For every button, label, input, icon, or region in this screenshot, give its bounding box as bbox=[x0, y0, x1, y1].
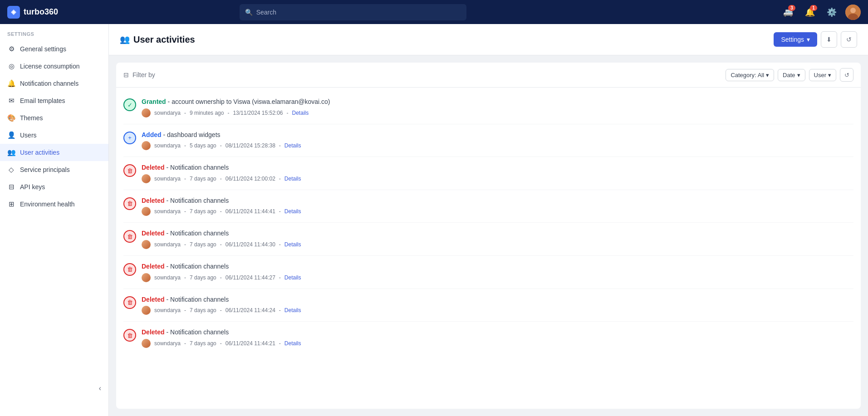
messages-button[interactable]: 🚐 3 bbox=[780, 4, 796, 20]
settings-button[interactable]: Settings ▾ bbox=[774, 32, 817, 47]
svg-point-1 bbox=[850, 8, 856, 13]
separator: - bbox=[279, 274, 281, 281]
sidebar-collapse-button[interactable]: ‹ bbox=[0, 379, 108, 398]
activity-content: Deleted - Notification channels sowndary… bbox=[142, 229, 853, 249]
activity-meta: sowndarya - 7 days ago - 06/11/2024 11:4… bbox=[142, 339, 853, 348]
gear-icon: ⚙️ bbox=[827, 7, 837, 17]
chevron-down-icon: ▾ bbox=[828, 72, 831, 78]
nav-actions: 🚐 3 🔔 1 ⚙️ bbox=[780, 4, 861, 20]
separator: - bbox=[184, 340, 186, 347]
activity-details-link[interactable]: Details bbox=[284, 142, 301, 149]
activity-time-ago: 7 days ago bbox=[190, 340, 216, 347]
activity-time-ago: 7 days ago bbox=[190, 241, 216, 248]
settings-gear-button[interactable]: ⚙️ bbox=[824, 4, 840, 20]
activity-meta: sowndarya - 7 days ago - 06/11/2024 12:0… bbox=[142, 174, 853, 183]
download-button[interactable]: ⬇ bbox=[821, 31, 837, 48]
activity-content: Deleted - Notification channels sowndary… bbox=[142, 163, 853, 183]
activity-time-ago: 9 minutes ago bbox=[190, 110, 224, 116]
activity-item: 🗑 Deleted - Notification channels sownda… bbox=[123, 157, 853, 190]
activity-description: - Notification channels bbox=[165, 263, 229, 270]
sidebar-item-email-templates[interactable]: ✉ Email templates bbox=[0, 92, 108, 109]
activity-title: Added - dashboard widgets bbox=[142, 131, 853, 140]
activity-item: ✓ Granted - account ownership to Viswa (… bbox=[123, 91, 853, 124]
activity-status: Deleted bbox=[142, 164, 165, 171]
activity-type-icon: 🗑 bbox=[123, 296, 136, 309]
activity-user-avatar bbox=[142, 174, 151, 183]
separator: - bbox=[279, 176, 281, 182]
notification-channels-icon: 🔔 bbox=[7, 79, 15, 88]
sidebar-item-environment-health[interactable]: ⊞ Environment health bbox=[0, 196, 108, 213]
email-templates-icon: ✉ bbox=[7, 97, 15, 105]
activity-meta: sowndarya - 7 days ago - 06/11/2024 11:4… bbox=[142, 240, 853, 249]
activity-title: Deleted - Notification channels bbox=[142, 328, 853, 337]
activity-description: - account ownership to Viswa (viswa.elam… bbox=[166, 98, 330, 105]
separator: - bbox=[287, 110, 289, 116]
separator: - bbox=[227, 110, 229, 116]
sidebar-item-notification-channels[interactable]: 🔔 Notification channels bbox=[0, 75, 108, 92]
activity-user-avatar bbox=[142, 141, 151, 150]
activity-item: 🗑 Deleted - Notification channels sownda… bbox=[123, 256, 853, 289]
activity-user-avatar bbox=[142, 240, 151, 249]
user-avatar[interactable] bbox=[845, 5, 861, 20]
activity-details-link[interactable]: Details bbox=[284, 208, 301, 215]
notifications-button[interactable]: 🔔 1 bbox=[802, 4, 818, 20]
activity-time-ago: 7 days ago bbox=[190, 274, 216, 281]
sidebar-item-general-settings[interactable]: ⚙ General settings bbox=[0, 40, 108, 58]
brand-icon bbox=[7, 6, 20, 19]
refresh-button[interactable]: ↺ bbox=[841, 31, 857, 48]
filter-label: Filter by bbox=[132, 71, 155, 78]
activity-user-avatar bbox=[142, 207, 151, 216]
activity-user: sowndarya bbox=[154, 208, 181, 215]
sidebar-item-user-activities[interactable]: 👥 User activities bbox=[0, 144, 108, 161]
filter-bar: ⊟ Filter by Category: All ▾ Date ▾ bbox=[116, 63, 861, 88]
search-icon: 🔍 bbox=[245, 9, 253, 16]
category-filter[interactable]: Category: All ▾ bbox=[726, 69, 774, 81]
filter-icon: ⊟ bbox=[123, 71, 129, 78]
sidebar-item-users[interactable]: 👤 Users bbox=[0, 127, 108, 144]
search-bar[interactable]: 🔍 bbox=[240, 4, 466, 20]
activity-time-ago: 7 days ago bbox=[190, 208, 216, 215]
top-navigation: turbo360 🔍 🚐 3 🔔 1 ⚙️ bbox=[0, 0, 868, 24]
sidebar-item-themes[interactable]: 🎨 Themes bbox=[0, 109, 108, 127]
activity-datetime: 06/11/2024 12:00:02 bbox=[226, 176, 275, 182]
activity-details-link[interactable]: Details bbox=[284, 307, 301, 313]
activity-type-icon: 🗑 bbox=[123, 197, 136, 210]
separator: - bbox=[279, 208, 281, 215]
brand-name: turbo360 bbox=[24, 7, 58, 17]
page-title: User activities bbox=[133, 34, 195, 45]
activity-title: Deleted - Notification channels bbox=[142, 196, 853, 206]
activity-status: Deleted bbox=[142, 328, 165, 336]
activity-description: - Notification channels bbox=[165, 328, 229, 336]
separator: - bbox=[220, 142, 222, 149]
separator: - bbox=[220, 208, 222, 215]
activity-details-link[interactable]: Details bbox=[292, 110, 309, 116]
separator: - bbox=[220, 307, 222, 313]
activity-details-link[interactable]: Details bbox=[284, 176, 301, 182]
separator: - bbox=[184, 176, 186, 182]
filter-left: ⊟ Filter by bbox=[123, 71, 155, 78]
sidebar-item-license-consumption[interactable]: ◎ License consumption bbox=[0, 58, 108, 75]
separator: - bbox=[184, 274, 186, 281]
activity-details-link[interactable]: Details bbox=[284, 340, 301, 347]
sidebar-item-api-keys[interactable]: ⊟ API keys bbox=[0, 178, 108, 196]
activity-user: sowndarya bbox=[154, 176, 181, 182]
activity-status: Granted bbox=[142, 98, 166, 105]
activity-datetime: 13/11/2024 15:52:06 bbox=[233, 110, 283, 116]
activity-content: Deleted - Notification channels sowndary… bbox=[142, 262, 853, 282]
date-filter[interactable]: Date ▾ bbox=[778, 69, 805, 81]
settings-button-label: Settings bbox=[781, 36, 804, 43]
sidebar-item-service-principals[interactable]: ◇ Service principals bbox=[0, 161, 108, 178]
page-title-area: 👥 User activities bbox=[120, 34, 195, 45]
activity-content: Deleted - Notification channels sowndary… bbox=[142, 295, 853, 315]
brand-logo-area[interactable]: turbo360 bbox=[7, 6, 80, 19]
main-content: 👥 User activities Settings ▾ ⬇ ↺ bbox=[109, 24, 868, 416]
sidebar-item-label: Service principals bbox=[20, 166, 70, 173]
search-input[interactable] bbox=[256, 9, 461, 16]
separator: - bbox=[279, 142, 281, 149]
activity-details-link[interactable]: Details bbox=[284, 241, 301, 248]
activity-details-link[interactable]: Details bbox=[284, 274, 301, 281]
activities-list: ✓ Granted - account ownership to Viswa (… bbox=[116, 88, 861, 409]
filter-refresh-button[interactable]: ↺ bbox=[840, 68, 853, 82]
user-filter[interactable]: User ▾ bbox=[809, 69, 836, 81]
activity-datetime: 06/11/2024 11:44:30 bbox=[226, 241, 275, 248]
